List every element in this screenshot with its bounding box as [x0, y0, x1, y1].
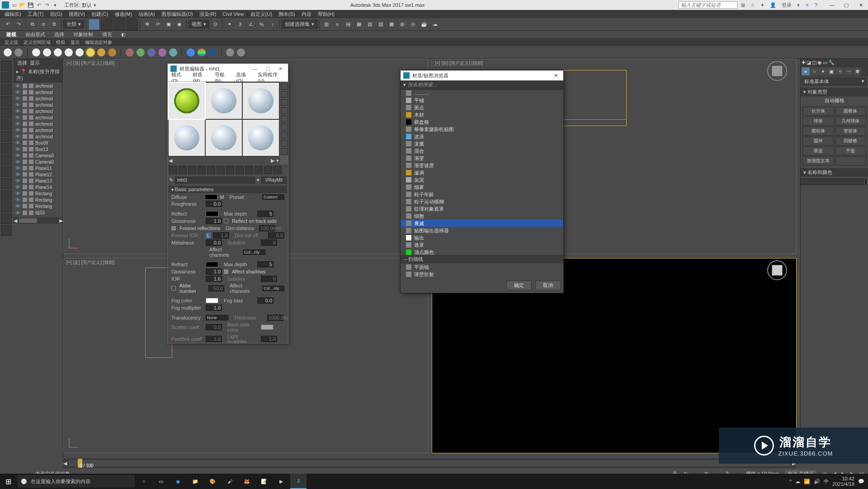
scene-item[interactable]: 👁Plane13	[14, 178, 63, 184]
affch2-dd[interactable]: Col…nly	[262, 286, 284, 291]
freeze-icon[interactable]	[23, 185, 27, 189]
create-button[interactable]: 平面	[835, 146, 867, 155]
material-browser-dialog[interactable]: 材质/贴图浏览器 ✕ ▾ 按名称搜索… ………平铺斑点木材棋盘格每像素摄影机贴图…	[400, 70, 564, 293]
freeze-icon[interactable]	[23, 96, 27, 101]
taskbar-search[interactable]: ⚪在这里输入你要搜索的内容	[17, 475, 135, 488]
me-minimize-button[interactable]: —	[250, 66, 260, 71]
material-slot-4[interactable]	[169, 120, 205, 156]
percent-snap-icon[interactable]: %	[257, 19, 267, 29]
layer-explorer-icon[interactable]: ▦	[354, 19, 364, 29]
dimdist-spinner[interactable]: 100.0mm	[259, 225, 275, 231]
ribbon-tab-object[interactable]: 对象绘制	[73, 31, 93, 38]
se-tool-14[interactable]	[1, 213, 12, 224]
freeze-icon[interactable]	[23, 134, 27, 139]
curve-editor-icon[interactable]: ▧	[365, 19, 375, 29]
start-button[interactable]: ⊞	[0, 474, 16, 489]
freeze-icon[interactable]	[23, 122, 27, 126]
freeze-icon[interactable]	[23, 147, 27, 151]
scene-item[interactable]: 👁Plane11	[14, 165, 63, 171]
util1-icon[interactable]	[226, 48, 234, 56]
close-button[interactable]: ✕	[855, 2, 866, 8]
scene-item[interactable]: 👁archmod	[14, 127, 63, 133]
se-tool-5[interactable]	[1, 108, 12, 118]
freeze-icon[interactable]	[23, 204, 27, 208]
render1-icon[interactable]	[187, 48, 195, 56]
me-tb-3[interactable]	[188, 166, 196, 174]
slot-scroll-down[interactable]: ▾	[276, 158, 279, 164]
cp-display-icon[interactable]: ▭	[823, 60, 827, 66]
refract-swatch[interactable]	[206, 262, 218, 267]
snap-icon[interactable]: 3	[235, 19, 245, 29]
sun-icon[interactable]	[86, 48, 94, 56]
undo-icon[interactable]: ↶	[35, 1, 42, 9]
fogbias-spinner[interactable]: 0.0	[257, 297, 274, 304]
app2-icon[interactable]: 🖌	[222, 474, 238, 489]
ribbon-toggle-icon[interactable]: ◐	[121, 32, 126, 38]
mb-item[interactable]: 木材	[401, 111, 563, 118]
freeze-icon[interactable]	[23, 115, 27, 120]
se-tool-10[interactable]	[1, 166, 12, 177]
me-side-2[interactable]	[281, 91, 288, 98]
menu-tools[interactable]: 工具(T)	[28, 11, 44, 18]
light5-icon[interactable]	[75, 48, 84, 56]
redo-icon[interactable]: ↷	[14, 19, 24, 29]
light1-icon[interactable]	[32, 48, 40, 56]
mb-category[interactable]: – 扫描线	[401, 255, 563, 263]
light2-icon[interactable]	[43, 48, 51, 56]
scene-item[interactable]: 👁Plane14	[14, 184, 63, 190]
visibility-icon[interactable]: 👁	[15, 83, 21, 89]
manip-icon[interactable]: ✦	[224, 19, 234, 29]
scene-item[interactable]: 👁Rectang	[14, 203, 63, 209]
visibility-icon[interactable]: 👁	[15, 108, 21, 114]
material-slot-3[interactable]	[243, 83, 279, 119]
visibility-icon[interactable]: 👁	[15, 203, 21, 209]
help-icon[interactable]	[237, 48, 245, 56]
pin-icon[interactable]: 📍	[20, 69, 27, 74]
viewport-label[interactable]: [+] [左] [用户定义] [线框]	[66, 259, 114, 266]
workspace-dd-icon[interactable]: ▾	[94, 2, 96, 8]
cat-systems-icon[interactable]: ✽	[853, 67, 861, 75]
me-tb-6[interactable]	[217, 166, 225, 174]
create-button[interactable]: 圆锥体	[835, 107, 867, 116]
scrollbar-thumb[interactable]	[19, 218, 37, 223]
thickness-spinner[interactable]: 1000.0mm	[267, 315, 283, 321]
preset-dd[interactable]: Custom	[262, 194, 284, 200]
visibility-icon[interactable]: 👁	[15, 159, 21, 165]
light4-icon[interactable]	[65, 48, 73, 56]
mb-item[interactable]: 泼溅	[401, 140, 563, 147]
select-object-button[interactable]	[88, 19, 100, 30]
redo-icon[interactable]: ↷	[43, 1, 51, 9]
menu-customize[interactable]: 自定义(U)	[250, 11, 272, 18]
create-button[interactable]: 球体	[802, 117, 834, 126]
scene-item[interactable]: 👁archmod	[14, 114, 63, 121]
menu-animation[interactable]: 动画(A)	[138, 11, 155, 18]
viewcube[interactable]	[767, 260, 787, 280]
refl-gloss-spinner[interactable]: 1.0	[206, 218, 222, 224]
mb-item[interactable]: 纹理对象遮罩	[401, 205, 563, 212]
app4-icon[interactable]: ▶	[273, 474, 289, 489]
scene-item[interactable]: 👁Box08	[14, 140, 63, 146]
scene-item[interactable]: 👁Rectang	[14, 197, 63, 203]
cp-plus-icon[interactable]: ✚	[802, 60, 806, 66]
menu-script[interactable]: 脚本(S)	[278, 11, 295, 18]
scene-item[interactable]: 👁Box13	[14, 146, 63, 152]
render-frame-icon[interactable]: ◎	[408, 19, 418, 29]
material-editor-icon[interactable]: ▩	[387, 19, 396, 29]
affch-dd[interactable]: Col…nly	[243, 249, 265, 255]
render-icon[interactable]: ☕	[419, 19, 429, 29]
me-side-5[interactable]	[281, 115, 288, 122]
workspace-label[interactable]: 工作区: 默认	[64, 2, 92, 9]
mb-item[interactable]: 波浪	[401, 133, 563, 140]
mb-item[interactable]: 渐变	[401, 155, 563, 162]
mb-item[interactable]: ………	[401, 89, 563, 97]
mb-search-dd-icon[interactable]: ▾	[403, 82, 406, 88]
select-region-button[interactable]	[113, 19, 125, 30]
pick-icon[interactable]: ✎	[169, 177, 173, 183]
mb-item[interactable]: 粒子运动模糊	[401, 198, 563, 205]
me-side-7[interactable]	[281, 132, 288, 139]
visibility-icon[interactable]: 👁	[15, 102, 21, 108]
selection-filter-dd[interactable]: 全部▾	[63, 20, 84, 28]
cloud-icon[interactable]	[14, 48, 23, 56]
menu-group[interactable]: 组(G)	[50, 11, 62, 18]
scene-item[interactable]: 👁archmod	[14, 102, 63, 108]
